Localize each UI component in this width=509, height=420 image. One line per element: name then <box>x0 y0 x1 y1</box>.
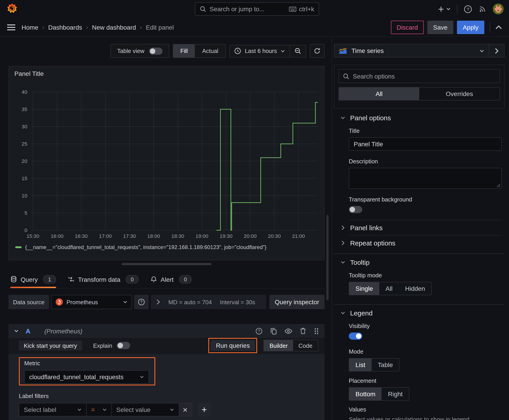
transparent-bg-toggle[interactable] <box>349 206 362 213</box>
help-button[interactable]: ? <box>464 5 472 13</box>
fill-option[interactable]: Fill <box>173 45 195 57</box>
chevron-right-icon <box>156 299 160 305</box>
remove-filter-button[interactable] <box>179 403 192 416</box>
news-button[interactable] <box>479 5 486 13</box>
tooltip-hidden-option[interactable]: Hidden <box>399 282 431 295</box>
builder-option[interactable]: Builder <box>264 340 293 351</box>
options-sections: Panel options Title Panel Title Descript… <box>334 110 504 420</box>
legend-series-color[interactable] <box>15 246 22 248</box>
breadcrumb-new-dashboard[interactable]: New dashboard <box>92 23 136 31</box>
code-option[interactable]: Code <box>293 340 318 351</box>
tooltip-all-option[interactable]: All <box>379 282 399 295</box>
svg-text:20:00: 20:00 <box>244 233 257 239</box>
tab-query[interactable]: Query 1 <box>10 270 56 288</box>
tab-overrides[interactable]: Overrides <box>419 88 500 100</box>
drag-handle-icon[interactable] <box>314 327 319 335</box>
table-view-label: Table view <box>117 48 144 54</box>
visualization-name: Time series <box>351 47 475 54</box>
kick-start-button[interactable]: Kick start your query <box>19 341 82 351</box>
panel-title-input[interactable]: Panel Title <box>349 137 502 151</box>
options-sidebar: Time series Search options All Overrides <box>332 37 509 420</box>
select-label-dropdown[interactable]: Select label <box>19 403 86 416</box>
svg-text:?: ? <box>467 7 469 12</box>
svg-text:19:00: 19:00 <box>196 233 208 239</box>
chevron-down-icon <box>140 375 144 379</box>
svg-text:15: 15 <box>22 175 27 181</box>
chevron-down-icon <box>340 115 346 120</box>
query-row-header[interactable]: A (Prometheus) ? <box>8 324 325 338</box>
datasource-picker[interactable]: Prometheus <box>51 295 132 309</box>
tooltip-section-header[interactable]: Tooltip <box>334 254 504 270</box>
breadcrumb-home[interactable]: Home <box>22 23 38 31</box>
panel-links-section-header[interactable]: Panel links <box>334 220 504 235</box>
duplicate-icon[interactable] <box>270 327 277 335</box>
select-value-dropdown[interactable]: Select value <box>111 403 179 416</box>
actual-option[interactable]: Actual <box>195 45 226 57</box>
legend-section-header[interactable]: Legend <box>334 305 504 321</box>
query-row-actions: ? <box>255 327 319 335</box>
legend-list-option[interactable]: List <box>349 359 372 371</box>
panel-toolbar: Table view Fill Actual Last 6 hours <box>8 44 325 58</box>
query-inspector-button[interactable]: Query inspector <box>269 295 325 309</box>
legend-body: Visibility Mode List Table Placement Bot… <box>334 323 504 420</box>
placement-bottom-option[interactable]: Bottom <box>349 388 382 400</box>
apply-button[interactable]: Apply <box>457 20 484 34</box>
add-button[interactable] <box>438 6 451 12</box>
save-button[interactable]: Save <box>427 20 453 34</box>
operator-dropdown[interactable]: = <box>86 403 111 416</box>
scrollbar-thumb[interactable] <box>326 215 328 300</box>
panel-options-section-header[interactable]: Panel options <box>334 110 504 126</box>
tab-transform[interactable]: Transform data 0 <box>68 270 139 288</box>
tooltip-single-option[interactable]: Single <box>349 282 379 295</box>
toggle-viz-suggestions-button[interactable] <box>489 44 504 57</box>
chevron-right-icon <box>495 48 499 54</box>
collapse-button[interactable] <box>495 25 502 29</box>
add-filter-button[interactable] <box>198 403 211 416</box>
description-textarea[interactable] <box>349 168 502 189</box>
avatar[interactable] <box>493 4 504 14</box>
refresh-button[interactable] <box>310 44 325 58</box>
discard-button[interactable]: Discard <box>391 20 424 34</box>
breadcrumb-dashboards[interactable]: Dashboards <box>48 23 82 31</box>
breadcrumb: Home › Dashboards › New dashboard › Edit… <box>22 23 174 31</box>
trash-icon[interactable] <box>300 328 306 334</box>
editor-tabs: Query 1 Transform data 0 Alert 0 <box>8 270 325 289</box>
grafana-logo-icon[interactable] <box>6 3 18 15</box>
help-icon[interactable]: ? <box>255 327 263 335</box>
title-label: Title <box>349 128 502 134</box>
repeat-options-section-header[interactable]: Repeat options <box>334 236 504 250</box>
svg-text:0: 0 <box>24 227 27 233</box>
legend-table-option[interactable]: Table <box>372 359 399 371</box>
legend-series-label[interactable]: {__name__="cloudflared_tunnel_total_requ… <box>25 244 266 250</box>
legend-visibility-toggle[interactable] <box>349 332 362 340</box>
placement-segment: Bottom Right <box>349 387 409 401</box>
time-range-picker[interactable]: Last 6 hours <box>230 45 289 57</box>
hamburger-icon <box>7 24 15 30</box>
svg-text:17:00: 17:00 <box>99 233 112 239</box>
prometheus-icon <box>56 298 63 306</box>
explain-toggle[interactable] <box>117 342 130 349</box>
datasource-help-button[interactable]: ? <box>134 295 149 309</box>
panel-title[interactable]: Panel Title <box>14 70 319 77</box>
tab-transform-count: 0 <box>126 275 138 284</box>
top-nav-actions: ? <box>438 4 504 14</box>
options-search-input[interactable]: Search options <box>338 69 500 83</box>
metric-value: cloudflared_tunnel_total_requests <box>29 373 123 381</box>
menu-toggle-button[interactable] <box>7 24 15 30</box>
zoom-out-button[interactable] <box>290 45 306 57</box>
visualization-picker[interactable]: Time series <box>334 44 489 57</box>
metric-select[interactable]: cloudflared_tunnel_total_requests <box>24 370 149 384</box>
table-view-toggle[interactable] <box>149 47 162 54</box>
refresh-icon <box>314 48 320 54</box>
tab-alert[interactable]: Alert 0 <box>150 270 192 288</box>
tab-all-options[interactable]: All <box>339 88 419 100</box>
placement-right-option[interactable]: Right <box>382 388 409 400</box>
zoom-out-icon <box>295 48 301 54</box>
global-search-input[interactable]: Search or jump to... ctrl+k <box>195 2 319 16</box>
run-queries-button[interactable]: Run queries <box>211 340 255 351</box>
datasource-label: Data source <box>8 295 49 309</box>
svg-text:19:30: 19:30 <box>220 233 233 239</box>
pane-resize-handle[interactable] <box>122 263 211 265</box>
eye-icon[interactable] <box>285 328 292 334</box>
query-options-bar[interactable]: MD = auto = 704 Interval = 30s <box>151 295 266 309</box>
